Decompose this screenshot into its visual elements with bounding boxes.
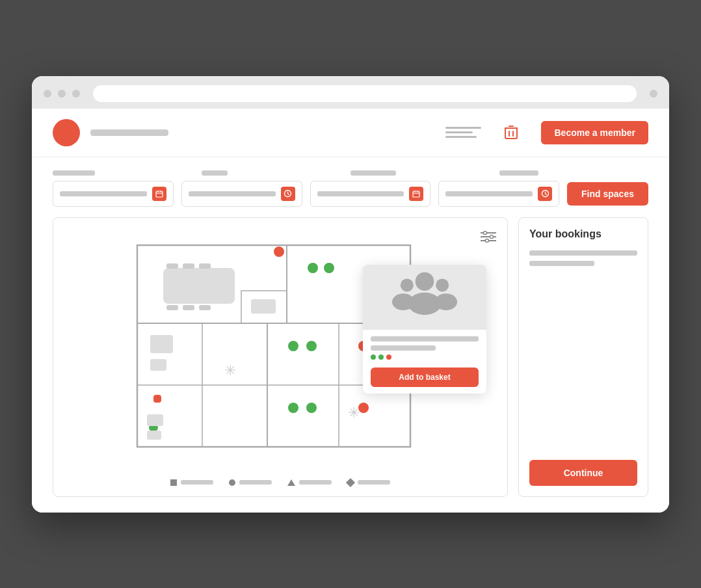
room-image (363, 265, 486, 330)
label-date (202, 170, 350, 176)
floor-plan[interactable]: ✳ ✳ (61, 226, 499, 473)
dot-green-2 (378, 354, 384, 360)
svg-rect-39 (251, 299, 276, 314)
svg-point-36 (308, 263, 318, 273)
svg-rect-47 (153, 395, 161, 403)
legend-label-room (239, 480, 272, 485)
svg-rect-28 (166, 263, 178, 269)
legend-item-desk (170, 479, 213, 486)
svg-rect-45 (150, 335, 173, 353)
svg-point-55 (306, 341, 317, 351)
svg-point-67 (435, 293, 457, 310)
address-bar[interactable] (93, 85, 637, 102)
clock-icon-1 (281, 187, 295, 201)
calendar-icon-2 (409, 187, 423, 201)
svg-line-11 (288, 194, 289, 195)
date-value (189, 191, 276, 196)
booking-line-1 (529, 250, 637, 256)
booking-line-2 (529, 261, 594, 266)
svg-rect-5 (156, 191, 163, 197)
legend-circle-icon (229, 479, 235, 486)
start-value (317, 191, 404, 196)
page-content: Become a member (32, 109, 669, 513)
popup-title-line (371, 336, 479, 341)
dot-green-1 (371, 354, 376, 360)
location-value (60, 191, 147, 196)
find-spaces-button[interactable]: Find spaces (567, 182, 648, 206)
popup-sub-line (371, 345, 436, 351)
legend-label-desk (181, 480, 213, 485)
label-end (499, 170, 648, 176)
main-area: ✳ ✳ (32, 217, 669, 513)
svg-rect-27 (163, 268, 235, 304)
svg-point-37 (324, 263, 334, 273)
svg-point-34 (274, 247, 284, 257)
brand-text (90, 129, 168, 136)
popup-info: Add to basket (363, 330, 486, 394)
svg-rect-49 (147, 414, 163, 426)
search-inputs: Find spaces (53, 181, 648, 207)
legend-diamond-icon (346, 477, 355, 487)
svg-rect-32 (183, 305, 194, 310)
label-location (53, 170, 202, 176)
svg-point-59 (358, 403, 369, 413)
svg-point-58 (306, 403, 317, 413)
start-time-field[interactable] (310, 181, 431, 207)
traffic-light-green (72, 90, 80, 98)
legend-item-zone (287, 479, 332, 486)
legend-item-room (229, 479, 272, 486)
bookings-title: Your bookings (529, 228, 637, 240)
svg-point-65 (392, 293, 414, 310)
room-popup: Add to basket (363, 265, 486, 394)
svg-rect-12 (413, 191, 419, 197)
add-to-basket-button[interactable]: Add to basket (371, 368, 479, 387)
end-time-field[interactable] (438, 181, 559, 207)
dot-red (386, 354, 391, 360)
navbar: Become a member (32, 109, 669, 157)
svg-rect-46 (150, 359, 166, 371)
svg-rect-33 (199, 305, 211, 310)
label-start (350, 170, 499, 176)
svg-point-66 (436, 278, 449, 291)
nav-line (445, 131, 473, 133)
continue-button[interactable]: Continue (529, 460, 637, 486)
svg-rect-31 (166, 305, 178, 310)
svg-point-64 (401, 278, 414, 291)
search-section: Find spaces (32, 157, 669, 217)
become-member-button[interactable]: Become a member (541, 121, 648, 144)
nav-line (445, 136, 477, 138)
browser-btn (650, 90, 657, 98)
bookings-panel: Your bookings Continue (518, 217, 648, 497)
svg-rect-50 (147, 431, 161, 440)
svg-rect-30 (199, 263, 211, 269)
traffic-light-yellow (58, 90, 66, 98)
trash-icon[interactable] (502, 124, 520, 142)
svg-rect-29 (183, 263, 194, 269)
floor-plan-section: ✳ ✳ (53, 217, 508, 497)
search-labels (53, 170, 648, 176)
end-value (445, 191, 533, 196)
svg-point-54 (288, 341, 298, 351)
floor-plan-legend (61, 473, 499, 488)
legend-label-locker (358, 480, 390, 485)
svg-point-62 (416, 272, 434, 291)
nav-menu-lines (445, 127, 481, 138)
date-field[interactable] (181, 181, 302, 207)
calendar-icon-1 (152, 187, 166, 201)
svg-text:✳: ✳ (224, 362, 236, 379)
legend-triangle-icon (287, 479, 295, 486)
logo[interactable] (53, 119, 80, 146)
svg-rect-0 (505, 128, 517, 139)
location-field[interactable] (53, 181, 174, 207)
nav-line (445, 127, 481, 129)
traffic-light-red (44, 90, 51, 98)
browser-chrome (32, 76, 669, 109)
svg-line-18 (545, 194, 546, 195)
legend-label-zone (299, 480, 332, 485)
legend-square-icon (170, 479, 177, 486)
legend-item-locker (347, 479, 390, 486)
browser-window: Become a member (32, 76, 669, 513)
clock-icon-2 (538, 187, 552, 201)
svg-text:✳: ✳ (348, 405, 360, 421)
popup-availability-dots (371, 354, 479, 360)
